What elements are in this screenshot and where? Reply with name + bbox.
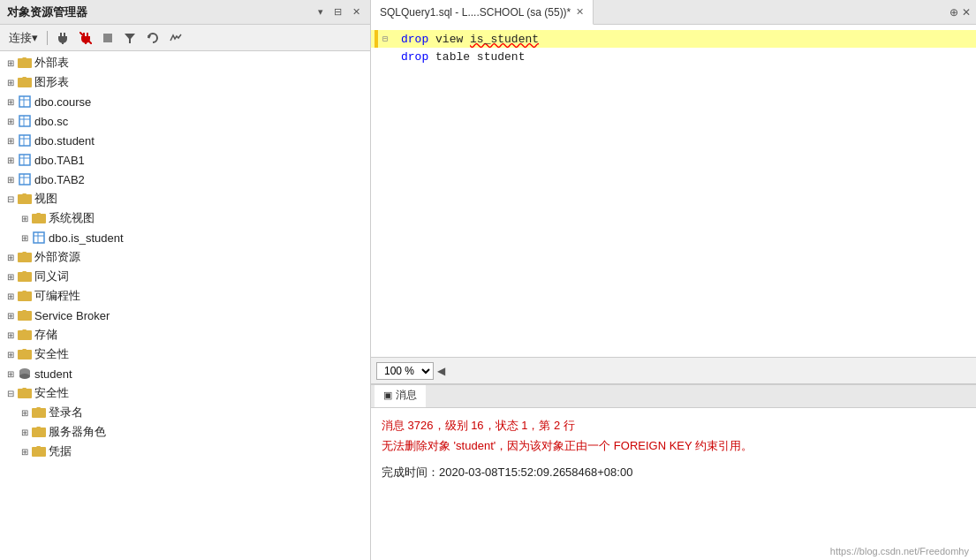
expander-3[interactable]: ⊞ xyxy=(4,95,18,109)
expander-18[interactable]: ⊟ xyxy=(4,386,18,400)
tree-item-2[interactable]: ⊞图形表 xyxy=(0,72,370,92)
code-line-1[interactable]: ⊟ drop view is_student xyxy=(371,30,976,48)
disconnect-icon xyxy=(79,32,92,44)
stop-icon-btn[interactable] xyxy=(99,31,117,45)
tree-item-12[interactable]: ⊞同义词 xyxy=(0,267,370,286)
tree-item-15[interactable]: ⊞存储 xyxy=(0,325,370,344)
tree-icon-17 xyxy=(18,367,32,381)
filter-icon-btn[interactable] xyxy=(120,30,140,46)
tree-icon-14 xyxy=(18,308,32,322)
tree-item-3[interactable]: ⊞dbo.course xyxy=(0,92,370,111)
tree-label-16: 安全性 xyxy=(34,346,69,362)
expander-17[interactable]: ⊞ xyxy=(4,367,18,381)
connect-label: 连接▾ xyxy=(9,30,38,46)
scroll-left-icon[interactable]: ◀ xyxy=(437,365,445,377)
expander-13[interactable]: ⊞ xyxy=(4,289,18,303)
tree-item-16[interactable]: ⊞安全性 xyxy=(0,344,370,364)
tree-label-15: 存储 xyxy=(34,327,57,343)
filter-icon xyxy=(124,32,136,44)
tree-item-17[interactable]: ⊞student xyxy=(0,364,370,383)
expander-5[interactable]: ⊞ xyxy=(4,133,18,148)
tree-item-10[interactable]: ⊞dbo.is_student xyxy=(0,228,370,247)
svg-rect-22 xyxy=(19,174,30,185)
disconnect-icon-btn[interactable] xyxy=(76,30,95,46)
dock-icon[interactable]: ⊟ xyxy=(331,5,344,19)
expander-12[interactable]: ⊞ xyxy=(4,269,18,284)
tree-item-18[interactable]: ⊟安全性 xyxy=(0,383,370,403)
svg-rect-16 xyxy=(19,135,30,146)
svg-rect-1 xyxy=(64,33,65,36)
tab-close-icon[interactable]: ✕ xyxy=(576,6,584,18)
expander-4[interactable]: ⊞ xyxy=(4,114,18,128)
tab-pin-icon[interactable]: ⊕ xyxy=(950,6,958,19)
completion-line: 完成时间：2020-03-08T15:52:09.2658468+08:00 xyxy=(382,462,965,482)
tree-item-13[interactable]: ⊞可编程性 xyxy=(0,286,370,306)
refresh-icon-btn[interactable] xyxy=(143,30,163,46)
tree-icon-2 xyxy=(18,75,32,89)
svg-rect-7 xyxy=(103,34,112,42)
tree-label-1: 外部表 xyxy=(34,55,69,71)
tree-label-17: student xyxy=(34,367,72,381)
code-line-2[interactable]: drop table student xyxy=(371,48,976,65)
messages-tab[interactable]: ▣ 消息 xyxy=(375,385,426,407)
messages-tab-label: 消息 xyxy=(396,388,417,403)
zoom-select[interactable]: 100 % xyxy=(376,362,434,380)
error-line-2: 无法删除对象 'student'，因为该对象正由一个 FOREIGN KEY 约… xyxy=(382,435,965,456)
tree-item-21[interactable]: ⊞凭据 xyxy=(0,442,370,461)
expander-20[interactable]: ⊞ xyxy=(18,425,32,439)
tab-close-right-icon[interactable]: ✕ xyxy=(962,6,971,19)
tree-icon-16 xyxy=(18,347,32,361)
tree-item-8[interactable]: ⊟视图 xyxy=(0,189,370,208)
tree-item-7[interactable]: ⊞dbo.TAB2 xyxy=(0,170,370,189)
stop-icon xyxy=(102,33,113,43)
tree-item-14[interactable]: ⊞Service Broker xyxy=(0,306,370,325)
pin-icon[interactable]: ▾ xyxy=(315,5,326,19)
tree-item-4[interactable]: ⊞dbo.sc xyxy=(0,111,370,131)
expander-15[interactable]: ⊞ xyxy=(4,328,18,342)
code-editor[interactable]: ⊟ drop view is_student drop table studen… xyxy=(371,25,976,357)
messages-tab-icon: ▣ xyxy=(383,390,392,401)
svg-point-29 xyxy=(19,368,30,374)
svg-rect-10 xyxy=(19,96,30,107)
expander-19[interactable]: ⊞ xyxy=(18,405,32,420)
tree-label-14: Service Broker xyxy=(34,309,110,322)
activity-icon-btn[interactable] xyxy=(166,30,185,46)
tree-label-18: 安全性 xyxy=(34,385,69,401)
plug-icon-btn[interactable] xyxy=(53,30,72,46)
panel-title-bar: 对象资源管理器 ▾ ⊟ ✕ xyxy=(0,0,370,25)
tree-item-11[interactable]: ⊞外部资源 xyxy=(0,247,370,267)
expander-14[interactable]: ⊞ xyxy=(4,308,18,322)
line-indicator-2 xyxy=(375,48,378,65)
close-icon[interactable]: ✕ xyxy=(350,5,363,19)
expander-2[interactable]: ⊞ xyxy=(4,75,18,89)
svg-rect-13 xyxy=(19,116,30,126)
tree-container: ⊞外部表⊞图形表⊞dbo.course⊞dbo.sc⊞dbo.student⊞d… xyxy=(0,51,370,560)
expander-11[interactable]: ⊞ xyxy=(4,250,18,264)
collapse-icon-1[interactable]: ⊟ xyxy=(380,34,390,44)
tab-bar: SQLQuery1.sql - L....SCHOOL (sa (55))* ✕… xyxy=(371,0,976,25)
tree-item-9[interactable]: ⊞系统视图 xyxy=(0,208,370,228)
svg-rect-5 xyxy=(85,42,87,44)
tree-item-19[interactable]: ⊞登录名 xyxy=(0,403,370,422)
query-tab[interactable]: SQLQuery1.sql - L....SCHOOL (sa (55))* ✕ xyxy=(371,0,594,25)
error-line-1: 消息 3726，级别 16，状态 1，第 2 行 xyxy=(382,415,965,435)
expander-21[interactable]: ⊞ xyxy=(18,444,32,458)
connect-button[interactable]: 连接▾ xyxy=(5,28,42,48)
tree-icon-3 xyxy=(18,95,32,109)
editor-area: ⊟ drop view is_student drop table studen… xyxy=(371,25,976,383)
expander-8[interactable]: ⊟ xyxy=(4,192,18,206)
tree-item-1[interactable]: ⊞外部表 xyxy=(0,53,370,72)
expander-16[interactable]: ⊞ xyxy=(4,347,18,361)
expander-1[interactable]: ⊞ xyxy=(4,56,18,70)
expander-9[interactable]: ⊞ xyxy=(18,211,32,225)
expander-10[interactable]: ⊞ xyxy=(18,231,32,245)
tree-icon-12 xyxy=(18,269,32,284)
tree-item-20[interactable]: ⊞服务器角色 xyxy=(0,422,370,442)
results-panel: ▣ 消息 消息 3726，级别 16，状态 1，第 2 行 无法删除对象 'st… xyxy=(371,383,976,560)
expander-7[interactable]: ⊞ xyxy=(4,172,18,186)
tree-item-5[interactable]: ⊞dbo.student xyxy=(0,131,370,150)
expander-6[interactable]: ⊞ xyxy=(4,153,18,167)
tree-item-6[interactable]: ⊞dbo.TAB1 xyxy=(0,150,370,170)
tree-icon-5 xyxy=(18,133,32,148)
svg-rect-0 xyxy=(60,33,62,36)
